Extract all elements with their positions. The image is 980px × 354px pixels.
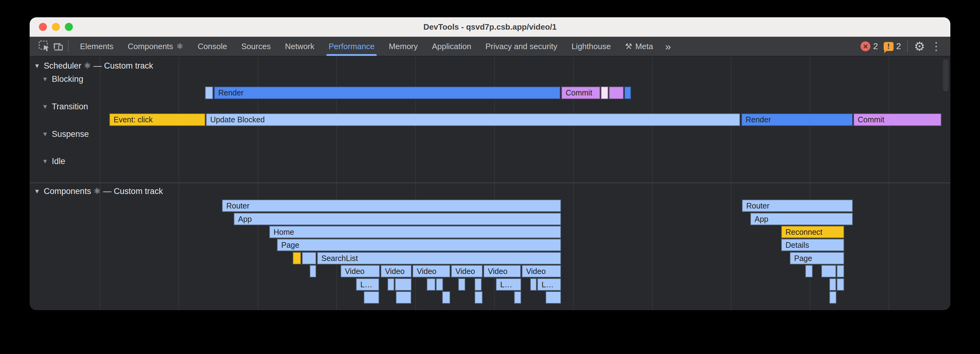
inspect-element-icon[interactable]: [38, 40, 51, 53]
tab-console[interactable]: Console: [191, 37, 234, 56]
flame-bar[interactable]: [601, 86, 608, 99]
components-track-header[interactable]: ▼ Components ⚛ — Custom track: [34, 186, 163, 196]
tab-network[interactable]: Network: [278, 37, 321, 56]
flame-bar-reconnect[interactable]: Reconnect: [781, 226, 844, 238]
lane-label-text: Suspense: [52, 129, 89, 139]
flame-bar-router[interactable]: Router: [742, 199, 853, 212]
flame-bar-l[interactable]: L…: [496, 278, 521, 291]
react-atom-icon: ⚛: [176, 42, 183, 51]
lane-label-idle[interactable]: ▼Idle: [42, 156, 65, 166]
flame-bar[interactable]: [474, 278, 482, 291]
collapse-triangle-icon[interactable]: ▼: [42, 76, 48, 83]
lane-label-suspense[interactable]: ▼Suspense: [42, 129, 89, 139]
tab-meta[interactable]: ⚒Meta: [618, 37, 660, 56]
flame-bar[interactable]: [530, 278, 537, 291]
tab-application[interactable]: Application: [425, 37, 478, 56]
minimize-window-button[interactable]: [52, 23, 60, 31]
flame-bar[interactable]: [609, 86, 624, 99]
flame-bar[interactable]: [829, 278, 836, 291]
flame-bar-l[interactable]: L…: [356, 278, 379, 291]
flame-bar[interactable]: [474, 291, 483, 304]
flame-bar-app[interactable]: App: [750, 213, 853, 225]
tab-sources[interactable]: Sources: [234, 37, 278, 56]
tab-privacy-and-security[interactable]: Privacy and security: [478, 37, 565, 56]
more-tabs-chevron-icon[interactable]: »: [660, 40, 676, 53]
flame-bar[interactable]: [364, 291, 379, 304]
flame-bar[interactable]: [837, 265, 844, 277]
flame-bar-page[interactable]: Page: [277, 239, 561, 251]
tab-label: Privacy and security: [485, 42, 557, 51]
lane-label-text: Blocking: [52, 75, 83, 84]
collapse-triangle-icon[interactable]: ▼: [42, 131, 48, 138]
flame-bar[interactable]: [302, 252, 316, 265]
flame-bar-render[interactable]: Render: [741, 113, 853, 126]
flame-bar-video[interactable]: Video: [451, 265, 483, 277]
collapse-triangle-icon[interactable]: ▼: [42, 158, 48, 165]
settings-gear-icon[interactable]: ⚙: [914, 40, 925, 53]
flame-bar[interactable]: [310, 265, 316, 277]
flame-bar-video[interactable]: Video: [340, 265, 380, 277]
flame-bar-video[interactable]: Video: [522, 265, 561, 277]
flame-bar[interactable]: [436, 278, 443, 291]
flame-bar[interactable]: [514, 291, 521, 304]
flame-bar-app[interactable]: App: [234, 213, 561, 225]
flame-bar[interactable]: [205, 86, 213, 99]
flame-bar-update-blocked[interactable]: Update Blocked: [206, 113, 740, 126]
flame-bar[interactable]: [388, 278, 394, 291]
tab-memory[interactable]: Memory: [382, 37, 425, 56]
flame-bar-l[interactable]: L…: [537, 278, 561, 291]
tab-label: Lighthouse: [571, 42, 611, 51]
flame-bar-video[interactable]: Video: [484, 265, 521, 277]
flame-bar[interactable]: [458, 278, 465, 291]
error-badge[interactable]: × 2: [861, 41, 878, 51]
flame-bar-commit[interactable]: Commit: [853, 113, 942, 126]
collapse-triangle-icon[interactable]: ▼: [34, 62, 40, 70]
flame-bar-searchlist[interactable]: SearchList: [317, 252, 561, 265]
tab-components[interactable]: Components⚛: [121, 37, 191, 56]
flame-bar[interactable]: [442, 291, 450, 304]
tab-label: Elements: [80, 42, 113, 51]
scheduler-track-header[interactable]: ▼ Scheduler ⚛ — Custom track: [34, 61, 153, 71]
tab-lighthouse[interactable]: Lighthouse: [565, 37, 618, 56]
flame-bar[interactable]: [821, 265, 836, 277]
flame-bar[interactable]: [624, 86, 631, 99]
device-toolbar-icon[interactable]: [51, 40, 65, 53]
flame-bar-home[interactable]: Home: [269, 226, 561, 238]
vertical-scrollbar-thumb[interactable]: [943, 59, 948, 91]
collapse-triangle-icon[interactable]: ▼: [42, 103, 48, 110]
gridline: [652, 57, 653, 310]
components-track-title: Components ⚛ — Custom track: [44, 186, 163, 196]
tab-elements[interactable]: Elements: [73, 37, 121, 56]
flame-bar-details[interactable]: Details: [781, 239, 844, 251]
tab-performance[interactable]: Performance: [321, 37, 382, 56]
flame-bar-render[interactable]: Render: [214, 86, 560, 99]
flame-bar[interactable]: [829, 291, 837, 304]
flame-bar-router[interactable]: Router: [222, 199, 561, 212]
flame-bar-page[interactable]: Page: [790, 252, 844, 265]
flame-bar[interactable]: [427, 278, 435, 291]
flame-bar-video[interactable]: Video: [381, 265, 412, 277]
gridline: [100, 57, 100, 310]
kebab-menu-icon[interactable]: ⋮: [931, 41, 942, 52]
flame-bar[interactable]: [395, 278, 412, 291]
toolbar-separator: [907, 40, 908, 52]
timeline-canvas[interactable]: ▼ Scheduler ⚛ — Custom track ▼ Component…: [30, 57, 950, 310]
flame-bar-event-click[interactable]: Event: click: [109, 113, 205, 126]
toolbar-right-group: × 2 ! 2 ⚙ ⋮: [861, 40, 942, 53]
zoom-window-button[interactable]: [65, 23, 73, 31]
collapse-triangle-icon[interactable]: ▼: [34, 188, 40, 195]
gridline: [178, 57, 179, 310]
lane-label-blocking[interactable]: ▼Blocking: [42, 75, 83, 84]
warning-icon: !: [884, 42, 894, 51]
flame-bar[interactable]: [837, 278, 844, 291]
flame-bar-video[interactable]: Video: [412, 265, 450, 277]
flame-bar[interactable]: [805, 265, 813, 277]
lane-label-transition[interactable]: ▼Transition: [42, 102, 88, 112]
warning-badge[interactable]: ! 2: [884, 41, 901, 51]
flame-bar[interactable]: [546, 291, 561, 304]
traffic-lights: [39, 23, 73, 31]
flame-bar[interactable]: [396, 291, 411, 304]
flame-bar[interactable]: [293, 252, 301, 265]
close-window-button[interactable]: [39, 23, 47, 31]
flame-bar-commit[interactable]: Commit: [561, 86, 600, 99]
